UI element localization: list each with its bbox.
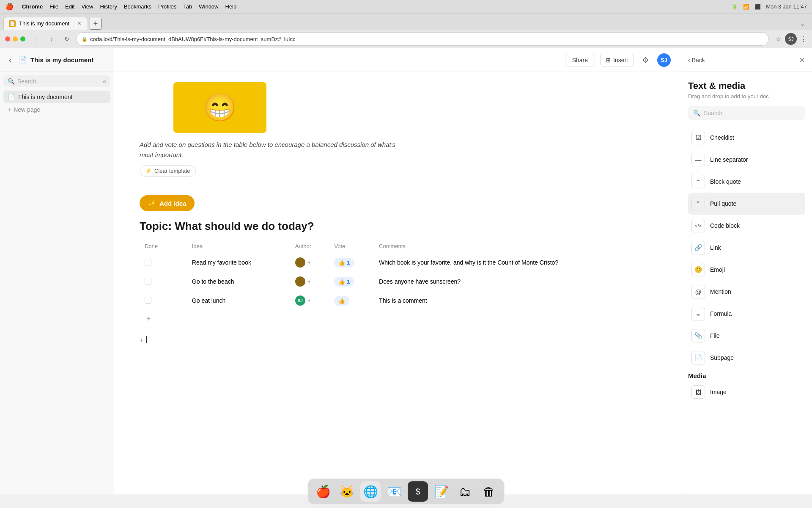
dock-trash-icon[interactable]: 🗑 [479,481,499,502]
panel-item-subpage[interactable]: 📄 Subpage [688,347,805,369]
flag-cell-1 [174,253,187,272]
hero-image: 😁 [173,82,266,133]
panel-item-label-mention: Mention [710,288,731,295]
author-dropdown-1[interactable]: ▾ [308,260,310,265]
done-cell-3[interactable] [140,291,174,310]
author-dropdown-3[interactable]: ▾ [308,298,310,304]
apple-logo-icon[interactable]: 🍎 [5,3,14,11]
vote-badge-2[interactable]: 👍 1 [334,277,354,287]
insert-label: Insert [613,57,628,64]
panel-item-emoji[interactable]: 😊 Emoji [688,259,805,281]
panel-item-pull-quote[interactable]: ❞ Pull quote [688,193,805,215]
done-checkbox-3[interactable] [145,297,151,304]
panel-item-link[interactable]: 🔗 Link [688,237,805,259]
panel-item-mention[interactable]: @ Mention [688,281,805,303]
window-close-button[interactable] [5,36,10,41]
panel-item-block-quote[interactable]: ❝ Block quote [688,171,805,193]
lock-icon: 🔒 [82,36,88,42]
address-input[interactable]: 🔒 coda.io/d/This-is-my-document_dBhAUW8p… [76,32,769,46]
window-minimize-button[interactable] [13,36,18,41]
menu-profiles[interactable]: Profiles [158,3,176,10]
collapse-sidebar-button[interactable]: « [103,78,106,85]
add-idea-button[interactable]: ✨ Add idea [140,195,195,211]
clear-template-button[interactable]: ⚡ Clear template [140,165,196,177]
extensions-button[interactable]: ⋮ [800,35,807,43]
panel-search-bar[interactable]: 🔍 Search [688,106,805,120]
panel-item-label-file: File [710,332,720,339]
menu-chrome[interactable]: Chrome [22,3,43,10]
vote-cell-3[interactable]: 👍 [329,291,374,310]
author-cell-1: ▾ [290,253,329,272]
settings-button[interactable]: ⚙ [639,53,652,67]
done-cell-2[interactable] [140,272,174,291]
menu-edit[interactable]: Edit [65,3,74,10]
browser-tab-active[interactable]: 📄 This is my document ✕ [3,17,88,30]
dock-chrome-icon[interactable]: 🌐 [360,481,381,502]
cursor-area[interactable]: + [140,335,656,344]
done-checkbox-1[interactable] [145,259,151,265]
sidebar-title: This is my document [30,56,109,64]
author-dropdown-2[interactable]: ▾ [308,279,310,284]
col-author: Author [290,240,329,253]
add-block-button[interactable]: + [140,337,143,344]
emoji-icon: 😊 [691,263,705,276]
back-nav-button[interactable]: ‹ [30,33,42,45]
menu-help[interactable]: Help [225,3,237,10]
menu-view[interactable]: View [81,3,93,10]
panel-search-input[interactable]: Search [704,110,722,116]
add-row[interactable]: + [140,310,656,328]
forward-nav-button[interactable]: › [46,33,58,45]
user-avatar-button[interactable]: SJ [657,53,671,67]
panel-item-label-pullquote: Pull quote [710,200,736,207]
control-center-icon[interactable]: ⬛ [754,4,761,10]
insert-button[interactable]: ⊞ Insert [600,54,634,66]
panel-back-button[interactable]: ‹ Back [688,57,705,64]
menu-tab[interactable]: Tab [183,3,192,10]
dock-finder-icon[interactable]: 🍎 [313,481,333,502]
browser-profile-button[interactable]: SJ [785,33,797,45]
sidebar-back-button[interactable]: ‹ [5,55,15,65]
vote-cell-2[interactable]: 👍 1 [329,272,374,291]
menu-window[interactable]: Window [199,3,218,10]
panel-item-image[interactable]: 🖼 Image [688,381,805,403]
menu-history[interactable]: History [100,3,117,10]
vote-cell-1[interactable]: 👍 1 [329,253,374,272]
panel-item-line-separator[interactable]: — Line separator [688,149,805,171]
author-avatar-2 [295,276,305,287]
panel-close-button[interactable]: ✕ [799,55,805,65]
doc-body: 😁 Add and vote on questions in the table… [114,82,681,344]
dock-notes-icon[interactable]: 📝 [431,481,452,502]
dock-mail-icon[interactable]: 📧 [384,481,404,502]
panel-item-file[interactable]: 📎 File [688,325,805,347]
sidebar-search-bar[interactable]: 🔍 Search « [3,75,110,87]
sidebar-search-input[interactable]: Search [17,78,100,85]
tab-close-button[interactable]: ✕ [76,20,82,27]
add-row-cell[interactable]: + [140,310,656,328]
menu-bookmarks[interactable]: Bookmarks [124,3,151,10]
new-tab-button[interactable]: + [90,18,102,30]
sidebar-item-document[interactable]: 📄 This is my document [3,91,110,103]
done-checkbox-2[interactable] [145,278,151,284]
sidebar-document-icon: 📄 [8,94,15,100]
dock-files-icon[interactable]: 🗂 [455,481,475,502]
bookmark-star-icon[interactable]: ☆ [776,35,782,43]
add-row-button[interactable]: + [145,313,153,325]
tab-list-button[interactable]: ⌄ [797,18,809,30]
reload-button[interactable]: ↻ [61,33,73,45]
window-maximize-button[interactable] [20,36,25,41]
app-layout: ‹ 📄 This is my document 🔍 Search « 📄 Thi… [0,48,812,494]
file-icon: 📎 [691,329,705,342]
vote-badge-1[interactable]: 👍 1 [334,258,354,268]
new-page-button[interactable]: + New page [3,103,110,116]
menu-bar: 🍎 Chrome File Edit View History Bookmark… [0,0,812,14]
panel-item-checklist[interactable]: ☑ Checklist [688,127,805,149]
vote-badge-3[interactable]: 👍 [334,296,349,306]
menu-file[interactable]: File [49,3,58,10]
share-button[interactable]: Share [565,54,595,66]
add-idea-icon: ✨ [148,199,156,207]
panel-item-code-block[interactable]: </> Code block [688,215,805,237]
done-cell-1[interactable] [140,253,174,272]
dock-finder2-icon[interactable]: 🐱 [337,481,357,502]
dock-terminal-icon[interactable]: $ [408,481,428,502]
panel-item-formula[interactable]: ≡ Formula [688,303,805,325]
